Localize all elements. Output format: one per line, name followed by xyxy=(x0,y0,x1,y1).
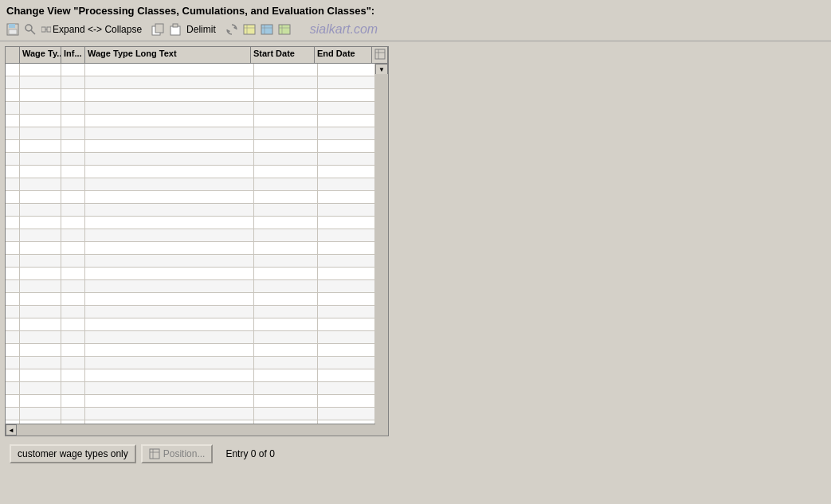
refresh-icon-btn[interactable] xyxy=(224,21,240,37)
col-header-wage: Wage Ty... xyxy=(20,47,61,63)
copy-icon xyxy=(151,23,164,36)
svg-rect-11 xyxy=(173,24,178,27)
customer-wage-types-btn[interactable]: customer wage types only xyxy=(10,444,136,463)
paste-icon xyxy=(169,23,182,36)
svg-rect-1 xyxy=(9,24,15,28)
find-icon-btn[interactable] xyxy=(22,21,38,37)
svg-rect-6 xyxy=(47,27,51,32)
table-row[interactable] xyxy=(6,408,375,420)
table-row[interactable] xyxy=(6,318,375,331)
table-row[interactable] xyxy=(6,369,375,382)
svg-rect-10 xyxy=(171,26,180,35)
paste-icon-btn[interactable] xyxy=(167,21,183,37)
table-row[interactable] xyxy=(6,76,375,89)
refresh-icon xyxy=(225,23,238,36)
table-row[interactable] xyxy=(6,331,375,344)
svg-rect-26 xyxy=(150,449,159,459)
col-header-start: Start Date xyxy=(251,47,315,63)
scroll-track xyxy=(375,74,388,436)
table-row[interactable] xyxy=(6,242,375,255)
table-row[interactable] xyxy=(6,344,375,357)
bottom-toolbar: customer wage types only Position... Ent… xyxy=(5,441,826,467)
table-row[interactable] xyxy=(6,268,375,280)
svg-line-4 xyxy=(31,30,35,34)
export2-icon xyxy=(261,23,273,36)
scroll-controls: ▲ ▼ xyxy=(375,63,388,75)
table-row[interactable] xyxy=(6,255,375,268)
export1-icon-btn[interactable] xyxy=(241,21,257,37)
table-header: Wage Ty... Inf... Wage Type Long Text St… xyxy=(6,47,388,64)
table-row[interactable] xyxy=(6,229,375,242)
svg-rect-17 xyxy=(261,25,272,34)
table-row[interactable] xyxy=(6,217,375,229)
table-row[interactable] xyxy=(6,153,375,166)
svg-rect-2 xyxy=(9,29,17,34)
export1-icon xyxy=(243,23,256,36)
table-row[interactable] xyxy=(6,357,375,369)
save-icon-btn[interactable] xyxy=(5,21,21,37)
table-row[interactable] xyxy=(6,102,375,115)
scroll-down-btn[interactable]: ▼ xyxy=(375,64,388,75)
export3-icon xyxy=(278,23,291,36)
title-bar: Change View "Processing Classes, Cumulat… xyxy=(0,0,831,20)
save-icon xyxy=(6,23,19,36)
table-body xyxy=(6,64,375,424)
find-icon xyxy=(24,23,37,36)
delimit-btn[interactable]: Delimit xyxy=(185,23,218,36)
col-header-inf: Inf... xyxy=(61,47,85,63)
table-row[interactable] xyxy=(6,89,375,102)
main-window: Change View "Processing Classes, Cumulat… xyxy=(0,0,831,504)
delimit-label: Delimit xyxy=(186,24,216,35)
table-row[interactable] xyxy=(6,382,375,395)
svg-rect-20 xyxy=(279,25,290,34)
column-settings-icon xyxy=(374,49,386,60)
expand-collapse-btn[interactable]: Expand <-> Collapse xyxy=(40,23,143,36)
table-row[interactable] xyxy=(6,395,375,408)
svg-rect-9 xyxy=(155,24,163,33)
entry-info: Entry 0 of 0 xyxy=(225,448,274,459)
table-row[interactable] xyxy=(6,178,375,191)
position-icon xyxy=(149,448,160,459)
data-table: Wage Ty... Inf... Wage Type Long Text St… xyxy=(5,46,389,436)
expand-icon xyxy=(41,25,51,34)
content-area: Wage Ty... Inf... Wage Type Long Text St… xyxy=(0,41,831,504)
table-row[interactable] xyxy=(6,293,375,306)
col-header-end: End Date xyxy=(315,47,372,63)
table-row[interactable] xyxy=(6,64,375,76)
expand-collapse-label: Expand <-> Collapse xyxy=(53,24,142,35)
table-row[interactable] xyxy=(6,191,375,204)
scroll-left-btn[interactable]: ◄ xyxy=(6,424,17,436)
watermark-text: sialkart.com xyxy=(310,22,378,37)
svg-rect-5 xyxy=(41,27,45,32)
toolbar: Expand <-> Collapse Delimit xyxy=(0,20,831,41)
h-scroll-track xyxy=(17,424,377,436)
col-header-icon xyxy=(372,47,388,63)
page-title: Change View "Processing Classes, Cumulat… xyxy=(6,5,374,17)
table-row[interactable] xyxy=(6,166,375,178)
table-row[interactable] xyxy=(6,306,375,318)
svg-point-3 xyxy=(25,25,32,31)
position-btn[interactable]: Position... xyxy=(141,444,214,463)
table-row[interactable] xyxy=(6,280,375,293)
horizontal-scroll: ◄ ► xyxy=(6,424,388,436)
svg-rect-23 xyxy=(375,49,385,59)
table-row[interactable] xyxy=(6,115,375,127)
copy-icon-btn[interactable] xyxy=(150,21,166,37)
export2-icon-btn[interactable] xyxy=(259,21,275,37)
table-row[interactable] xyxy=(6,204,375,217)
svg-rect-14 xyxy=(244,25,255,34)
export3-icon-btn[interactable] xyxy=(276,21,292,37)
table-row[interactable] xyxy=(6,127,375,140)
table-row[interactable] xyxy=(6,140,375,153)
col-header-num xyxy=(6,47,20,63)
col-header-long: Wage Type Long Text xyxy=(85,47,251,63)
table-row[interactable] xyxy=(6,420,375,424)
